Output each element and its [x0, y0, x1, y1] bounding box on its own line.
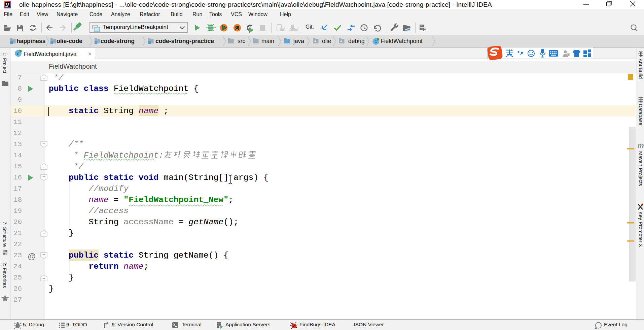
- svg-text:c: c: [375, 39, 377, 44]
- svg-text:c: c: [17, 51, 20, 56]
- svg-text:2: 2: [567, 53, 569, 57]
